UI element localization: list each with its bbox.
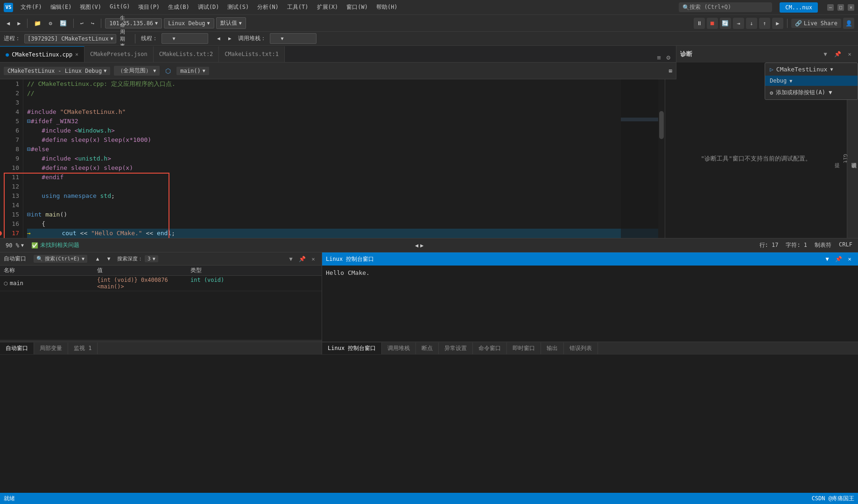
side-tab-other[interactable]: 提: [832, 79, 841, 238]
prev-thread-button[interactable]: ◀: [214, 34, 223, 43]
live-share-button[interactable]: 🔗 Live Share: [791, 19, 841, 28]
auto-window-dropdown-button[interactable]: ▼: [286, 254, 295, 264]
close-button[interactable]: ✕: [848, 4, 854, 11]
console-close-button[interactable]: ✕: [845, 254, 854, 264]
console-tab-errorlist[interactable]: 错误列表: [564, 343, 598, 354]
tab-watch-1[interactable]: 监视 1: [68, 343, 98, 354]
tab-cmake-lists-1[interactable]: CMakeLists.txt:1: [219, 46, 285, 62]
problems-indicator[interactable]: ✅ 未找到相关问题: [31, 241, 79, 249]
thread-dropdown[interactable]: ▼: [162, 33, 208, 44]
ip-address-dropdown[interactable]: 101.35.135.86 ▼: [105, 18, 162, 28]
refresh-button[interactable]: 🔄: [57, 19, 70, 28]
target-value: 默认值: [220, 19, 237, 27]
status-right: CSDN @疼痛国王: [812, 495, 854, 503]
menu-view[interactable]: 视图(V): [76, 2, 105, 12]
build-config-dropdown[interactable]: Linux Debug ▼: [164, 18, 214, 28]
back-button[interactable]: ◀: [4, 19, 13, 28]
menu-debug[interactable]: 调试(D): [194, 2, 223, 12]
console-tab-linux[interactable]: Linux 控制台窗口: [322, 343, 382, 354]
search-down-button[interactable]: ▼: [104, 254, 113, 264]
tab-settings-button[interactable]: ≡: [655, 53, 662, 62]
cmake-config-dropdown[interactable]: CMakeTestLinux - Linux Debug ▼: [4, 67, 110, 75]
search-up-button[interactable]: ▲: [93, 254, 102, 264]
profile-button[interactable]: 👤: [843, 18, 854, 29]
console-output-line: Hello CMake.: [326, 269, 854, 276]
tab-cmake-lists-2[interactable]: CMakeLists.txt:2: [154, 46, 219, 62]
console-pin-button[interactable]: 📌: [834, 254, 843, 264]
step-into-button[interactable]: ↓: [746, 18, 757, 29]
tab-local-vars[interactable]: 局部变量: [34, 343, 68, 354]
step-out-button[interactable]: ↑: [759, 18, 770, 29]
process-dropdown[interactable]: [3972925] CMakeTestLinux ▼: [24, 34, 116, 43]
auto-window-pin-button[interactable]: 📌: [297, 254, 307, 264]
side-tab-git[interactable]: Git: [841, 79, 849, 238]
scope-dropdown[interactable]: （全局范围） ▼: [114, 66, 160, 76]
menu-file[interactable]: 文件(F): [17, 2, 46, 12]
menu-edit[interactable]: 编辑(E): [47, 2, 76, 12]
menu-git[interactable]: Git(G): [106, 2, 134, 12]
menu-help[interactable]: 帮助(H): [373, 2, 401, 12]
console-tab-callstack[interactable]: 调用堆栈: [382, 343, 416, 354]
horizontal-scrollbar[interactable]: [0, 340, 322, 342]
table-row[interactable]: ⬡ main {int (void)} 0x400876 <main()> in…: [0, 276, 322, 291]
stack-dropdown[interactable]: ▼: [270, 33, 316, 44]
add-remove-button[interactable]: ⚙ 添加或移除按钮(A) ▼: [765, 86, 858, 99]
expand-button[interactable]: ⊞: [669, 68, 672, 74]
tab-gear-button[interactable]: ⚙: [665, 53, 672, 62]
console-tab-breakpoints[interactable]: 断点: [416, 343, 439, 354]
menu-test[interactable]: 测试(S): [224, 2, 253, 12]
redo-button[interactable]: ↪: [88, 19, 97, 28]
console-header-buttons: ▼ 📌 ✕: [823, 254, 854, 264]
target-dropdown[interactable]: 默认值 ▼: [216, 17, 246, 29]
next-thread-button[interactable]: ▶: [225, 34, 234, 43]
menu-tools[interactable]: 工具(T): [283, 2, 312, 12]
diag-collapse-button[interactable]: ▼: [821, 49, 830, 59]
tab-close-icon[interactable]: ✕: [75, 51, 78, 57]
restart-button[interactable]: 🔄: [720, 18, 731, 29]
diag-close-button[interactable]: ✕: [845, 49, 854, 59]
console-output: Hello CMake.: [322, 266, 858, 342]
menu-build[interactable]: 生成(B): [164, 2, 193, 12]
continue-button[interactable]: ▶: [772, 18, 783, 29]
code-editor[interactable]: 1 2 3 4 5 6 7 8 9 10 11 12 13 14 15 16 1…: [0, 79, 665, 238]
scroll-thumb[interactable]: [659, 111, 664, 139]
title-search-box[interactable]: 🔍 搜索 (Ctrl+Q): [679, 2, 772, 12]
menu-extensions[interactable]: 扩展(X): [313, 2, 342, 12]
step-over-button[interactable]: ⇥: [733, 18, 744, 29]
pause-button[interactable]: ⏸: [694, 18, 705, 29]
maximize-button[interactable]: □: [837, 4, 844, 11]
zoom-control[interactable]: 90 % ▼: [6, 242, 24, 249]
open-folder-button[interactable]: 📁: [31, 19, 44, 28]
settings-button[interactable]: ⚙: [46, 19, 55, 28]
auto-window-close-button[interactable]: ✕: [309, 254, 318, 264]
vertical-scrollbar[interactable]: [658, 79, 665, 238]
minimize-button[interactable]: —: [827, 4, 834, 11]
forward-button[interactable]: ▶: [14, 19, 23, 28]
tab-auto-window[interactable]: 自动窗口: [0, 343, 34, 354]
stop-button[interactable]: ⏹: [707, 18, 718, 29]
debug-config-option[interactable]: Debug ▼: [765, 76, 858, 86]
undo-button[interactable]: ↩: [77, 19, 86, 28]
menu-window[interactable]: 窗口(W): [343, 2, 372, 12]
console-tab-exceptions[interactable]: 异常设置: [439, 343, 473, 354]
debug-toolbar: ⏸ ⏹ 🔄 ⇥ ↓ ↑ ▶ 🔗 Live Share 👤: [694, 18, 854, 29]
scroll-right-icon[interactable]: ▶: [420, 242, 423, 249]
tab-cmake-cpp[interactable]: ● CMakeTestLinux.cpp ✕: [0, 46, 84, 62]
side-tab-debug[interactable]: 调试诊断器: [849, 79, 858, 238]
function-dropdown[interactable]: main() ▼: [176, 67, 209, 75]
depth-label: 搜索深度：: [117, 255, 143, 262]
tab-cmake-presets[interactable]: CMakePresets.json: [84, 46, 154, 62]
scroll-left-icon[interactable]: ◀: [415, 242, 418, 249]
console-tab-immediate[interactable]: 即时窗口: [507, 343, 541, 354]
depth-dropdown[interactable]: 3 ▼: [145, 255, 158, 262]
auto-search-input[interactable]: 🔍 搜索(Ctrl+E) ▼: [34, 255, 87, 263]
menu-project[interactable]: 项目(P): [134, 2, 163, 12]
console-dropdown-button[interactable]: ▼: [823, 254, 832, 264]
code-content[interactable]: // CMakeTestLinux.cpp: 定义应用程序的入口点. // #i…: [23, 79, 665, 238]
menu-analyze[interactable]: 分析(N): [253, 2, 282, 12]
console-tab-output[interactable]: 输出: [541, 343, 564, 354]
console-tab-command[interactable]: 命令窗口: [473, 343, 507, 354]
diag-pin-button[interactable]: 📌: [833, 49, 842, 59]
console-header: Linux 控制台窗口 ▼ 📌 ✕: [322, 252, 858, 266]
lifecycle-button[interactable]: 生命周期事件 ▼: [120, 34, 129, 43]
